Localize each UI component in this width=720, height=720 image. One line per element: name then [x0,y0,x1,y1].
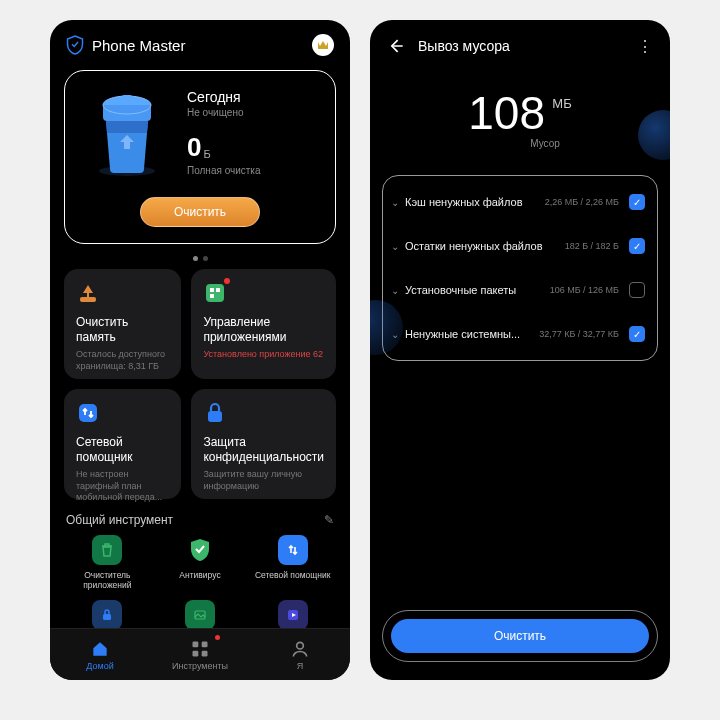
phone-master-screen: Phone Master Сегодня Не очищ [50,20,350,680]
junk-removal-screen: Вывоз мусора ⋮ 108 МБ Мусор ⌄ Кэш ненужн… [370,20,670,680]
network-icon [76,401,100,425]
trash-bin-icon [79,85,175,181]
nav-home[interactable]: Домой [50,629,150,680]
chevron-down-icon: ⌄ [391,197,405,208]
tool-label: Антивирус [179,570,220,580]
junk-list: ⌄ Кэш ненужных файлов 2,26 МБ / 2,26 МБ … [382,175,658,361]
card-title: Управление приложениями [203,315,324,345]
hero-card: Сегодня Не очищено 0 Б Полная очистка Оч… [64,70,336,244]
home-icon [90,639,110,659]
bottom-nav: Домой Инструменты Я [50,628,350,680]
not-cleaned-label: Не очищено [187,107,321,118]
zero-value: 0 [187,132,201,163]
svg-rect-12 [103,614,111,620]
app-title: Phone Master [92,37,312,54]
lock-icon [203,401,227,425]
junk-row-system[interactable]: ⌄ Ненужные системны... 32,77 КБ / 32,77 … [383,312,657,356]
back-icon[interactable] [386,36,406,56]
tool-antivirus[interactable]: Антивирус [157,535,244,590]
card-privacy[interactable]: Защита конфиденциальности Защитите вашу … [191,389,336,499]
total-sub: Мусор [420,138,670,149]
clean-button[interactable]: Очистить [391,619,649,653]
svg-rect-7 [210,288,214,292]
svg-rect-15 [193,641,199,647]
tool-label: Сетевой помощник [255,570,330,580]
card-clean-memory[interactable]: Очистить память Осталось доступного хран… [64,269,181,379]
clean-button-wrap: Очистить [382,610,658,662]
total-value: 108 [468,86,545,140]
nav-tools[interactable]: Инструменты [150,629,250,680]
card-title: Очистить память [76,315,169,345]
tool-placeholder-2[interactable] [157,600,244,628]
updown-icon [278,535,308,565]
chevron-down-icon: ⌄ [391,285,405,296]
card-sub: Осталось доступного хранилища: 8,31 ГБ [76,349,169,372]
checkbox[interactable]: ✓ [629,326,645,342]
total-unit: МБ [552,96,571,111]
edit-icon[interactable]: ✎ [324,513,334,527]
card-sub: Не настроен тарифный план мобильной пере… [76,469,169,504]
more-icon[interactable]: ⋮ [637,37,654,56]
grid-icon [190,639,210,659]
checkbox[interactable] [629,282,645,298]
junk-total: 108 МБ Мусор [370,64,670,175]
tool-placeholder-1[interactable] [64,600,151,628]
nav-me[interactable]: Я [250,629,350,680]
header: Вывоз мусора ⋮ [370,20,670,64]
zero-unit: Б [203,148,210,160]
svg-rect-11 [208,411,222,422]
tool-label: Очиститель приложений [64,570,151,590]
full-clean-label: Полная очистка [187,165,321,176]
image-icon [185,600,215,628]
page-indicator [50,256,350,261]
play-icon [278,600,308,628]
card-title: Сетевой помощник [76,435,169,465]
svg-rect-5 [87,291,89,297]
svg-rect-16 [202,641,208,647]
svg-rect-3 [122,95,132,100]
checkbox[interactable]: ✓ [629,194,645,210]
section-title: Общий инструмент [66,513,324,527]
screen-title: Вывоз мусора [418,38,637,54]
shield-icon [66,35,84,55]
svg-rect-10 [79,404,97,422]
svg-rect-17 [193,650,199,656]
tool-network[interactable]: Сетевой помощник [249,535,336,590]
chevron-down-icon: ⌄ [391,241,405,252]
card-sub: Установлено приложение 62 [203,349,324,361]
crown-button[interactable] [312,34,334,56]
svg-rect-6 [206,284,224,302]
trash-icon [92,535,122,565]
junk-row-cache[interactable]: ⌄ Кэш ненужных файлов 2,26 МБ / 2,26 МБ … [383,180,657,224]
apps-icon [203,281,227,305]
person-icon [290,639,310,659]
card-network-helper[interactable]: Сетевой помощник Не настроен тарифный пл… [64,389,181,499]
header: Phone Master [50,20,350,64]
card-title: Защита конфиденциальности [203,435,324,465]
svg-point-19 [297,642,304,649]
shield-check-icon [185,535,215,565]
clean-button[interactable]: Очистить [140,197,260,227]
card-app-management[interactable]: Управление приложениями Установлено прил… [191,269,336,379]
lock-small-icon [92,600,122,628]
svg-rect-18 [202,650,208,656]
tool-app-cleaner[interactable]: Очиститель приложений [64,535,151,590]
today-label: Сегодня [187,89,321,105]
svg-rect-4 [80,297,96,302]
svg-rect-8 [216,288,220,292]
scale-icon [76,281,100,305]
junk-row-apk[interactable]: ⌄ Установочные пакеты 106 МБ / 126 МБ [383,268,657,312]
junk-row-residual[interactable]: ⌄ Остатки ненужных файлов 182 Б / 182 Б … [383,224,657,268]
tool-placeholder-3[interactable] [249,600,336,628]
card-sub: Защитите вашу личную информацию [203,469,324,492]
svg-rect-9 [210,294,214,298]
checkbox[interactable]: ✓ [629,238,645,254]
